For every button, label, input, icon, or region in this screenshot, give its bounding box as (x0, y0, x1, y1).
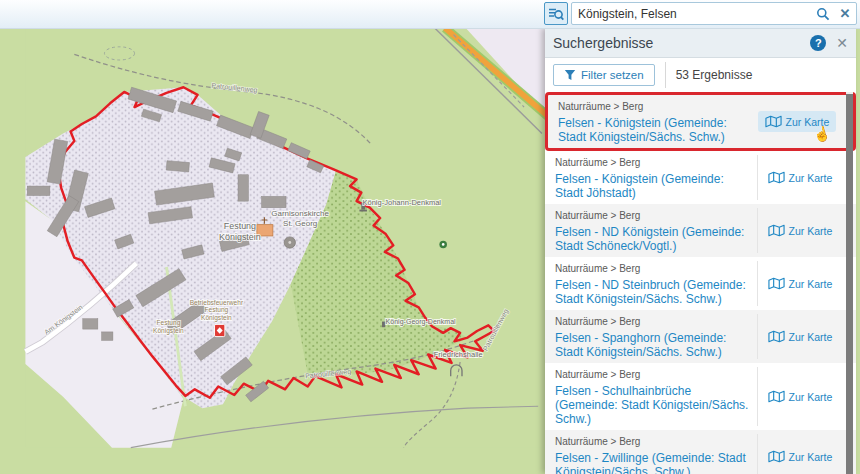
result-title-link[interactable]: Felsen - ND Steinbruch (Gemeinde: Stadt … (555, 278, 751, 306)
search-result-item[interactable]: Naturräume > Berg Felsen - ND Königstein… (545, 204, 856, 257)
search-result-item[interactable]: Naturräume > Berg Felsen - Schulhainbrüc… (545, 363, 856, 430)
result-text: Naturräume > Berg Felsen - Zwillinge (Ge… (555, 434, 751, 474)
search-result-item[interactable]: Naturräume > Berg Felsen - Königstein (G… (545, 151, 856, 204)
result-title-link[interactable]: Felsen - Spanghorn (Gemeinde: Stadt Köni… (555, 331, 751, 359)
zur-karte-button[interactable]: Zur Karte (757, 434, 842, 474)
label-garnison-1: Garnisonskirche (271, 209, 329, 218)
scrollbar-track[interactable] (846, 92, 853, 474)
label-festung-small-2: Königstein (153, 327, 184, 335)
scrollbar-thumb[interactable] (846, 94, 853, 474)
label-feuerwehr-1: Betriebsfeuerwehr (190, 299, 244, 306)
result-title-link[interactable]: Felsen - Schulhainbrüche (Gemeinde: Stad… (555, 384, 751, 426)
panel-title: Suchergebnisse (553, 35, 810, 51)
search-panel-toggle-button[interactable] (544, 2, 568, 25)
search-field-container: ✕ (571, 2, 857, 25)
mouse-cursor-icon: ☝ (811, 124, 832, 144)
search-result-item[interactable]: Naturräume > Berg Felsen - ND Steinbruch… (545, 257, 856, 310)
map-icon (768, 330, 785, 343)
search-input[interactable] (572, 7, 812, 21)
results-count: 53 Ergebnisse (676, 68, 753, 82)
filter-button-label: Filter setzen (581, 69, 644, 81)
search-result-item[interactable]: Naturräume > Berg Felsen - Königstein (G… (545, 92, 856, 151)
label-garnison-2: St. Georg (283, 219, 317, 228)
zur-karte-label: Zur Karte (789, 391, 833, 403)
result-title-link[interactable]: Felsen - ND Königstein (Gemeinde: Stadt … (555, 225, 751, 253)
result-text: Naturräume > Berg Felsen - Schulhainbrüc… (555, 367, 751, 426)
funnel-icon (564, 69, 576, 81)
map-icon (768, 450, 785, 463)
zur-karte-button[interactable]: Zur Karte ☝ (755, 99, 839, 144)
search-results-panel: Suchergebnisse ? ✕ Filter setzen 53 Erge… (545, 28, 856, 474)
zur-karte-label: Zur Karte (789, 172, 833, 184)
zur-karte-button[interactable]: Zur Karte (757, 367, 842, 426)
zur-karte-button[interactable]: Zur Karte (757, 314, 842, 359)
result-text: Naturräume > Berg Felsen - Spanghorn (Ge… (555, 314, 751, 359)
fire-station-icon (215, 324, 225, 336)
result-category: Naturräume > Berg (555, 436, 751, 448)
result-text: Naturräume > Berg Felsen - ND Steinbruch… (555, 261, 751, 306)
tower-icon (284, 237, 295, 248)
search-clear-button[interactable]: ✕ (834, 6, 856, 21)
list-search-icon (548, 6, 564, 22)
label-friedrichshalle: Friedrichshalle (434, 350, 483, 359)
search-result-item[interactable]: Naturräume > Berg Felsen - Zwillinge (Ge… (545, 430, 856, 474)
results-list: Naturräume > Berg Felsen - Königstein (G… (545, 92, 856, 474)
result-category: Naturräume > Berg (555, 157, 751, 169)
label-denkmal-johann: König-Johann-Denkmal (362, 198, 441, 207)
result-text: Naturräume > Berg Felsen - Königstein (G… (558, 99, 749, 144)
zur-karte-chip-hover[interactable]: Zur Karte ☝ (758, 111, 837, 132)
help-button[interactable]: ? (810, 35, 826, 51)
map-icon (768, 390, 785, 403)
label-feuerwehr-3: Königstein (201, 314, 232, 322)
zur-karte-button[interactable]: Zur Karte (757, 208, 842, 253)
result-title-link[interactable]: Felsen - Zwillinge (Gemeinde: Stadt Köni… (555, 451, 751, 474)
result-title-link[interactable]: Felsen - Königstein (Gemeinde: Stadt Jöh… (555, 172, 751, 200)
result-category: Naturräume > Berg (555, 316, 751, 328)
result-category: Naturräume > Berg (555, 369, 751, 381)
result-category: Naturräume > Berg (555, 210, 751, 222)
result-category: Naturräume > Berg (555, 263, 751, 275)
result-title-link[interactable]: Felsen - Königstein (Gemeinde: Stadt Kön… (558, 116, 749, 144)
help-label: ? (815, 37, 822, 49)
zur-karte-label: Zur Karte (789, 451, 833, 463)
map-icon (768, 224, 785, 237)
zur-karte-label: Zur Karte (789, 225, 833, 237)
result-category: Naturräume > Berg (558, 101, 749, 113)
zur-karte-label: Zur Karte (789, 278, 833, 290)
result-text: Naturräume > Berg Felsen - Königstein (G… (555, 155, 751, 200)
map-icon (768, 277, 785, 290)
zur-karte-button[interactable]: Zur Karte (757, 155, 842, 200)
app-window: Festung Königstein Garnisonskirche St. G… (0, 0, 860, 474)
top-toolbar: ✕ (0, 0, 860, 29)
viewpoint-icon (439, 241, 447, 249)
filter-button[interactable]: Filter setzen (553, 64, 655, 86)
label-denkmal-georg: König-Georg-Denkmal (386, 318, 457, 326)
panel-close-button[interactable]: ✕ (836, 35, 848, 51)
panel-header: Suchergebnisse ? ✕ (545, 28, 856, 58)
zur-karte-button[interactable]: Zur Karte (757, 261, 842, 306)
search-submit-button[interactable] (812, 7, 834, 21)
map-icon (768, 171, 785, 184)
zur-karte-label: Zur Karte (789, 331, 833, 343)
filter-row: Filter setzen 53 Ergebnisse (545, 58, 856, 92)
magnifier-icon (816, 7, 830, 21)
map-icon (765, 115, 782, 128)
label-festung-1: Festung (224, 221, 256, 231)
result-text: Naturräume > Berg Felsen - ND Königstein… (555, 208, 751, 253)
divider (665, 62, 666, 88)
label-festung-2: Königstein (219, 232, 261, 242)
search-result-item[interactable]: Naturräume > Berg Felsen - Spanghorn (Ge… (545, 310, 856, 363)
